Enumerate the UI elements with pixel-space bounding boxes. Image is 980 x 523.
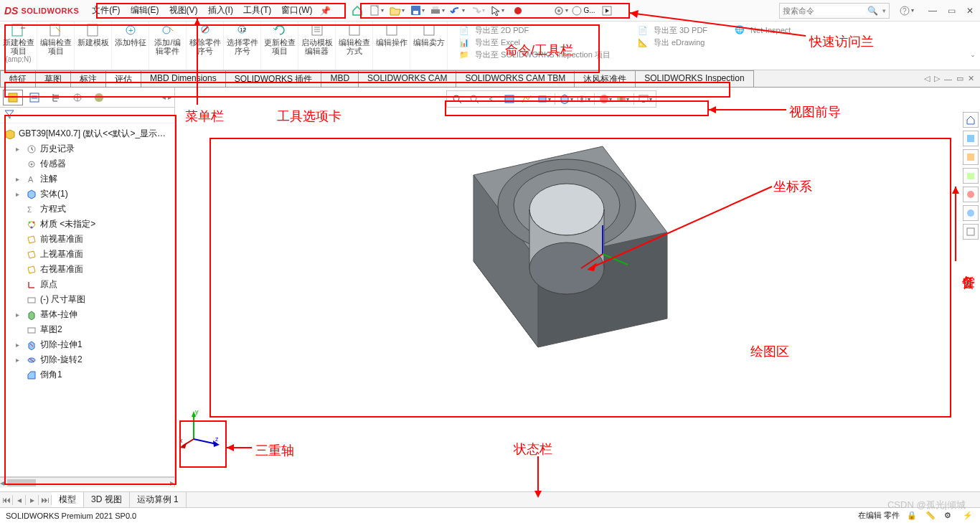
pin-icon[interactable]: 📌 xyxy=(320,6,331,16)
print-button[interactable]: ▾ xyxy=(428,3,447,19)
tab-annotate[interactable]: 标注 xyxy=(70,70,106,87)
tab-mbd[interactable]: MBD xyxy=(321,70,359,87)
model-viewport[interactable] xyxy=(208,125,950,405)
open-button[interactable]: ▾ xyxy=(388,3,407,19)
expand-icon[interactable]: ▸ xyxy=(16,190,23,198)
previous-view-icon[interactable] xyxy=(484,92,500,106)
tree-item[interactable]: 前视基准面 xyxy=(3,232,174,247)
hide-show-icon[interactable]: ▾ xyxy=(575,92,591,106)
panel-scrollbar[interactable]: ◂▸ xyxy=(0,477,174,487)
expand-icon[interactable]: ▸ xyxy=(16,175,23,183)
tree-item[interactable]: 原点 xyxy=(3,277,174,292)
search-icon[interactable]: 🔍 xyxy=(866,6,879,16)
tab-evaluate[interactable]: 评估 xyxy=(105,70,141,87)
rib-edit-operation[interactable]: 编辑操作 xyxy=(373,22,410,70)
bottom-tab-model[interactable]: 模型 xyxy=(52,492,84,507)
select-button[interactable]: ▾ xyxy=(489,3,507,19)
edit-appearance-icon[interactable]: ▾ xyxy=(598,92,613,106)
tree-item[interactable]: 传感器 xyxy=(3,156,174,171)
doc-min-icon[interactable]: — xyxy=(944,75,952,83)
apply-scene-icon[interactable]: ▾ xyxy=(615,92,631,106)
dynamic-annotation-icon[interactable] xyxy=(519,92,534,106)
rib-edit-vendor[interactable]: 编辑卖方 xyxy=(410,22,448,70)
tree-item[interactable]: 上视基准面 xyxy=(3,247,174,262)
globe-button[interactable]: G... xyxy=(572,3,596,19)
doc-close-icon[interactable]: ✕ xyxy=(968,74,974,83)
tree-filter[interactable] xyxy=(0,108,174,123)
expand-icon[interactable]: ▸ xyxy=(16,341,23,349)
tree-item[interactable]: ▸A注解 xyxy=(3,171,174,187)
tab-next-icon[interactable]: ▸ xyxy=(26,495,39,505)
graphics-area[interactable]: ▾ ▾ ▾ ▾ ▾ ▾ xyxy=(175,88,980,487)
zoom-area-icon[interactable] xyxy=(467,92,483,106)
taskpane-appearances-icon[interactable] xyxy=(963,205,979,221)
doc-next-icon[interactable]: ▷ xyxy=(934,74,940,83)
status-rebuild-icon[interactable]: ⚡ xyxy=(963,511,974,521)
tree-item[interactable]: Σ方程式 xyxy=(3,202,174,217)
maximize-button[interactable]: ▭ xyxy=(946,6,957,16)
doc-prev-icon[interactable]: ◁ xyxy=(924,74,930,83)
rib-new-inspection[interactable]: 新建检查项目(amp;N) xyxy=(0,22,37,70)
taskpane-file-explorer-icon[interactable] xyxy=(963,168,979,184)
bottom-tab-motion-study[interactable]: 运动算例 1 xyxy=(130,492,187,507)
menu-tools[interactable]: 工具(T) xyxy=(239,1,275,19)
save-button[interactable]: ▾ xyxy=(408,3,427,19)
status-custom-icon[interactable]: ⚙ xyxy=(944,511,956,521)
menu-window[interactable]: 窗口(W) xyxy=(277,1,316,19)
expand-icon[interactable]: ▸ xyxy=(16,145,23,153)
help-button[interactable]: ?▾ xyxy=(897,3,915,19)
export-edrawing[interactable]: 📐导出 eDrawing xyxy=(635,37,710,49)
rib-select-balloon[interactable]: 12选择零件序号 xyxy=(224,22,261,70)
taskpane-design-library-icon[interactable] xyxy=(963,149,979,165)
menu-edit[interactable]: 编辑(E) xyxy=(126,1,164,19)
redo-button[interactable]: ▾ xyxy=(468,3,487,19)
status-units-icon[interactable]: 📏 xyxy=(925,511,937,521)
tab-cam[interactable]: SOLIDWORKS CAM xyxy=(358,70,456,87)
configuration-manager-tab[interactable] xyxy=(46,90,66,105)
record-button[interactable] xyxy=(509,3,527,19)
view-triad[interactable]: y x z xyxy=(179,407,222,450)
ribbon-collapse-icon[interactable]: ˇ xyxy=(971,55,974,65)
taskpane-view-palette-icon[interactable] xyxy=(963,187,979,202)
minimize-button[interactable]: — xyxy=(927,6,938,16)
tree-item[interactable]: ▸基体-拉伸 xyxy=(3,307,174,322)
rib-new-template[interactable]: 新建模板 xyxy=(75,22,112,70)
tab-sketch[interactable]: 草图 xyxy=(35,70,71,87)
doc-max-icon[interactable]: ▭ xyxy=(956,74,963,83)
dimxpert-manager-tab[interactable] xyxy=(67,90,88,105)
zoom-fit-icon[interactable] xyxy=(450,92,466,106)
rib-template-editor[interactable]: 启动模板编辑器 xyxy=(298,22,336,70)
view-orientation-icon[interactable]: ▾ xyxy=(536,92,552,106)
tab-mufeng[interactable]: 沐风标准件 xyxy=(574,70,636,87)
search-dropdown-icon[interactable]: ▾ xyxy=(879,7,889,14)
tree-item[interactable]: (-) 尺寸草图 xyxy=(3,292,174,307)
tab-last-icon[interactable]: ⏭ xyxy=(39,495,52,505)
tab-addins[interactable]: SOLIDWORKS 插件 xyxy=(225,70,322,87)
display-style-icon[interactable]: ▾ xyxy=(558,92,574,106)
menu-view[interactable]: 视图(V) xyxy=(165,1,202,19)
rib-edit-method[interactable]: 编辑检查方式 xyxy=(336,22,373,70)
tree-item[interactable]: ▸历史记录 xyxy=(3,141,174,156)
tree-item[interactable]: 倒角1 xyxy=(3,367,174,382)
tree-item[interactable]: ▸实体(1) xyxy=(3,187,174,202)
tab-inspection[interactable]: SOLIDWORKS Inspection xyxy=(635,70,753,87)
expand-icon[interactable]: ▸ xyxy=(16,311,23,319)
tree-item[interactable]: ▸切除-拉伸1 xyxy=(3,337,174,352)
menu-file[interactable]: 文件(F) xyxy=(88,1,124,19)
rib-edit-inspection[interactable]: 编辑检查项目 xyxy=(37,22,75,70)
export-excel[interactable]: 📊导出至 Excel xyxy=(456,37,613,49)
tab-cam-tbm[interactable]: SOLIDWORKS CAM TBM xyxy=(456,70,575,87)
options-button[interactable]: ▾ xyxy=(552,3,570,19)
tree-root[interactable]: GBT39[M4X0.7] (默认<<默认>_显示… xyxy=(3,126,174,141)
tab-prev-icon[interactable]: ◂ xyxy=(13,495,26,505)
expand-icon[interactable]: ▸ xyxy=(16,356,23,364)
command-search[interactable]: 🔍 ▾ xyxy=(779,3,890,19)
tree-item[interactable]: 右视基准面 xyxy=(3,262,174,277)
view-settings-icon[interactable]: ▾ xyxy=(637,92,653,106)
menu-insert[interactable]: 插入(I) xyxy=(204,1,237,19)
rib-add-feature[interactable]: +添加特征 xyxy=(112,22,149,70)
export-net-inspect[interactable]: 🌐Net-Inspect xyxy=(732,24,793,36)
feature-manager-tab[interactable] xyxy=(3,90,23,105)
search-input[interactable] xyxy=(780,6,866,15)
manager-scroll-icon[interactable]: ◂ ▸ xyxy=(162,93,171,101)
